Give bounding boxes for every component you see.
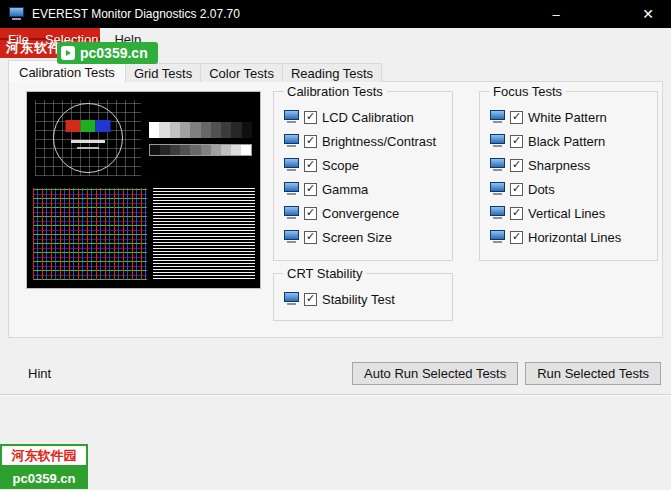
checkbox-label[interactable]: Horizontal Lines bbox=[528, 230, 621, 245]
monitor-icon bbox=[284, 292, 299, 306]
monitor-icon bbox=[284, 158, 299, 172]
group-title: CRT Stability bbox=[283, 266, 366, 281]
monitor-icon bbox=[284, 230, 299, 244]
title-bar: EVEREST Monitor Diagnostics 2.07.70 – ✕ bbox=[0, 0, 671, 28]
checkbox-label[interactable]: Scope bbox=[322, 158, 359, 173]
circle-pattern bbox=[53, 103, 123, 173]
tab-page-calibration: Calibration Tests LCD Calibration Bright… bbox=[8, 81, 663, 338]
checkbox-stability-test[interactable] bbox=[304, 293, 317, 306]
checkbox-black-pattern[interactable] bbox=[510, 135, 523, 148]
play-icon bbox=[61, 46, 75, 60]
run-selected-tests-button[interactable]: Run Selected Tests bbox=[525, 362, 661, 385]
calibration-card-pattern bbox=[35, 100, 141, 176]
test-row: Gamma bbox=[284, 177, 452, 201]
rgb-bars bbox=[66, 120, 111, 132]
group-calibration-tests: Calibration Tests LCD Calibration Bright… bbox=[273, 91, 453, 261]
group-focus-tests: Focus Tests White Pattern Black Pattern … bbox=[479, 91, 658, 261]
monitor-icon bbox=[284, 134, 299, 148]
checkbox-gamma[interactable] bbox=[304, 183, 317, 196]
window-title: EVEREST Monitor Diagnostics 2.07.70 bbox=[32, 7, 240, 21]
checkbox-scope[interactable] bbox=[304, 159, 317, 172]
watermark-badge-text: pc0359.cn bbox=[80, 45, 148, 61]
test-row: Scope bbox=[284, 153, 452, 177]
checkbox-label[interactable]: Gamma bbox=[322, 182, 368, 197]
hint-label: Hint bbox=[28, 366, 51, 381]
watermark-logo-bottom: 河东软件园 bbox=[0, 444, 88, 467]
app-icon[interactable] bbox=[9, 7, 24, 20]
watermark-badge-bottom: pc0359.cn bbox=[0, 467, 88, 489]
group-title: Calibration Tests bbox=[283, 84, 387, 99]
monitor-icon bbox=[490, 230, 505, 244]
checkbox-label[interactable]: Sharpness bbox=[528, 158, 590, 173]
checkbox-label[interactable]: Vertical Lines bbox=[528, 206, 605, 221]
checkbox-dots[interactable] bbox=[510, 183, 523, 196]
auto-run-selected-tests-button[interactable]: Auto Run Selected Tests bbox=[352, 362, 518, 385]
test-row: Stability Test bbox=[284, 287, 452, 311]
watermark-badge-top: pc0359.cn bbox=[57, 42, 158, 64]
pattern-text-mark bbox=[77, 147, 99, 149]
checkbox-label[interactable]: Dots bbox=[528, 182, 555, 197]
action-button-row: Auto Run Selected Tests Run Selected Tes… bbox=[352, 362, 661, 385]
watermark-logo-text: 河东软件园 bbox=[12, 447, 77, 465]
checkbox-label[interactable]: Black Pattern bbox=[528, 134, 605, 149]
test-row: LCD Calibration bbox=[284, 105, 452, 129]
group-crt-stability: CRT Stability Stability Test bbox=[273, 273, 453, 321]
app-window: EVEREST Monitor Diagnostics 2.07.70 – ✕ … bbox=[0, 0, 671, 490]
test-row: Convergence bbox=[284, 201, 452, 225]
monitor-icon bbox=[284, 206, 299, 220]
checkbox-label[interactable]: Stability Test bbox=[322, 292, 395, 307]
pattern-text-mark bbox=[71, 140, 105, 143]
checkbox-screen-size[interactable] bbox=[304, 231, 317, 244]
test-row: Screen Size bbox=[284, 225, 452, 249]
monitor-icon bbox=[284, 182, 299, 196]
close-button[interactable]: ✕ bbox=[625, 0, 671, 28]
checkbox-vertical-lines[interactable] bbox=[510, 207, 523, 220]
monitor-icon bbox=[490, 158, 505, 172]
checkbox-lcd-calibration[interactable] bbox=[304, 111, 317, 124]
test-row: Horizontal Lines bbox=[490, 225, 657, 249]
checkbox-horizontal-lines[interactable] bbox=[510, 231, 523, 244]
monitor-icon bbox=[490, 110, 505, 124]
monitor-icon bbox=[490, 206, 505, 220]
monitor-icon bbox=[490, 182, 505, 196]
checkbox-brightness-contrast[interactable] bbox=[304, 135, 317, 148]
grayscale-steps-pattern bbox=[149, 144, 252, 156]
hint-separator bbox=[0, 394, 671, 396]
menu-file[interactable]: File bbox=[0, 32, 37, 47]
checkbox-white-pattern[interactable] bbox=[510, 111, 523, 124]
checkbox-label[interactable]: Brightness/Contrast bbox=[322, 134, 436, 149]
checkbox-label[interactable]: Convergence bbox=[322, 206, 399, 221]
watermark-badge-text: pc0359.cn bbox=[13, 471, 76, 486]
test-row: White Pattern bbox=[490, 105, 657, 129]
test-row: Brightness/Contrast bbox=[284, 129, 452, 153]
group-rows: LCD Calibration Brightness/Contrast Scop… bbox=[274, 92, 452, 249]
monitor-icon bbox=[284, 110, 299, 124]
convergence-grid-pattern bbox=[33, 188, 147, 280]
checkbox-label[interactable]: White Pattern bbox=[528, 110, 607, 125]
group-rows: White Pattern Black Pattern Sharpness Do… bbox=[480, 92, 657, 249]
tab-reading-tests[interactable]: Reading Tests bbox=[282, 63, 382, 82]
checkbox-label[interactable]: LCD Calibration bbox=[322, 110, 414, 125]
horizontal-lines-pattern bbox=[153, 188, 255, 280]
test-row: Vertical Lines bbox=[490, 201, 657, 225]
test-row: Sharpness bbox=[490, 153, 657, 177]
tab-color-tests[interactable]: Color Tests bbox=[200, 63, 283, 82]
monitor-icon bbox=[490, 134, 505, 148]
test-row: Black Pattern bbox=[490, 129, 657, 153]
checkbox-label[interactable]: Screen Size bbox=[322, 230, 392, 245]
test-row: Dots bbox=[490, 177, 657, 201]
checkbox-convergence[interactable] bbox=[304, 207, 317, 220]
group-title: Focus Tests bbox=[489, 84, 566, 99]
monitor-test-pattern-preview bbox=[26, 91, 261, 289]
grayscale-steps-pattern bbox=[149, 122, 252, 138]
minimize-button[interactable]: – bbox=[533, 0, 579, 28]
checkbox-sharpness[interactable] bbox=[510, 159, 523, 172]
tab-grid-tests[interactable]: Grid Tests bbox=[125, 63, 201, 82]
